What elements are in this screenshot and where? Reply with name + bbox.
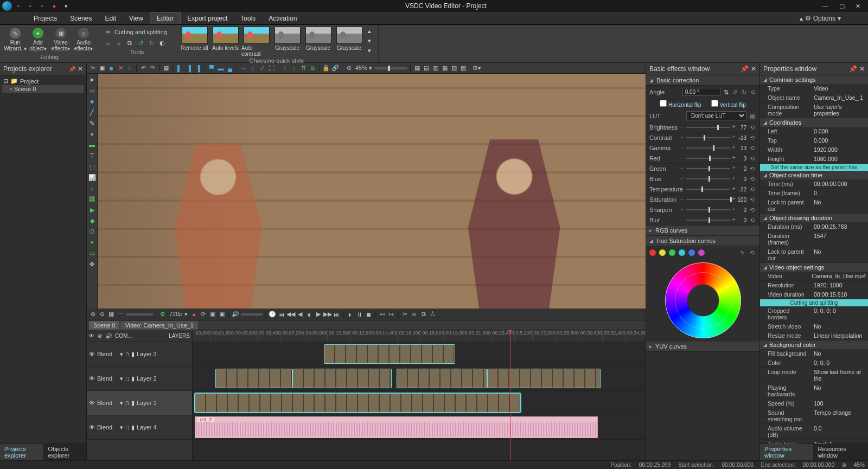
property-value[interactable]: No xyxy=(812,350,868,357)
lock-col-icon[interactable]: ⊘ xyxy=(98,333,102,339)
reset-icon[interactable]: ⟲ xyxy=(750,176,756,182)
clip[interactable] xyxy=(487,369,601,388)
zoom-fit-icon[interactable]: ⊕ xyxy=(345,65,353,72)
property-value[interactable]: 00:00:15.810 xyxy=(812,291,868,298)
vflip-checkbox[interactable]: Vertical flip xyxy=(711,100,746,108)
property-value[interactable]: 1920; 1080 xyxy=(812,281,868,289)
lut-select[interactable]: Don't use LUT xyxy=(686,111,746,120)
prev-frame-icon[interactable]: ◀◀ xyxy=(287,311,295,318)
fx-slider[interactable] xyxy=(686,209,730,210)
align-c-icon[interactable]: ▐ xyxy=(185,65,193,72)
fx-icon[interactable]: ▮ xyxy=(131,400,135,407)
video-icon[interactable]: ▶ xyxy=(88,206,96,214)
basic-correction-header[interactable]: ◢ Basic correction xyxy=(646,75,760,86)
property-value[interactable]: 00:00:00.000 xyxy=(812,180,868,188)
property-value[interactable]: No xyxy=(812,248,868,262)
chevron-down-icon[interactable]: ▾ xyxy=(120,351,123,358)
reset-icon[interactable]: ⟲ xyxy=(750,217,756,223)
tab-resources[interactable]: Resources window xyxy=(813,444,868,460)
property-row[interactable]: Loop modeShow last frame at the xyxy=(760,368,868,383)
property-value[interactable]: Camera_In_Use_ 1 xyxy=(812,94,868,101)
options-label[interactable]: Options xyxy=(813,15,835,22)
property-row[interactable]: Fill backgroundNo xyxy=(760,349,868,358)
playhead[interactable] xyxy=(510,330,510,460)
grid4-icon[interactable]: ▦ xyxy=(441,65,449,72)
property-value[interactable]: Tempo change xyxy=(812,409,868,423)
step-back-icon[interactable]: ◀ xyxy=(296,311,304,318)
status-zoom-icon[interactable]: ⊕ xyxy=(842,462,846,468)
pin-icon[interactable]: 📌 xyxy=(849,65,857,73)
property-value[interactable]: 00:00:25.783 xyxy=(812,223,868,230)
common-settings-header[interactable]: ◢Common settings xyxy=(760,75,868,84)
hue-wheel[interactable] xyxy=(665,262,741,338)
style-grayscale-3[interactable]: Grayscale xyxy=(334,27,364,51)
up-icon[interactable]: ↑ xyxy=(281,65,289,72)
property-row[interactable]: Stretch videoNo xyxy=(760,322,868,331)
property-value[interactable]: Use layer's properties xyxy=(812,103,868,117)
rotate-ccw-icon[interactable]: ↺ xyxy=(136,38,145,47)
split2-icon[interactable]: ⧈ xyxy=(411,311,418,318)
cutting-splitting-button[interactable]: Cutting and splitting xyxy=(760,299,868,306)
preview-quality-icon[interactable]: ⚙ xyxy=(159,311,167,318)
track-more-icon[interactable]: ⋯ xyxy=(117,311,124,318)
text-icon[interactable]: T xyxy=(88,152,96,159)
property-row[interactable]: Video duration00:00:15.810 xyxy=(760,290,868,299)
bottom-icon[interactable]: ⇊ xyxy=(309,65,316,72)
zoom-slider[interactable] xyxy=(375,67,407,69)
goto-end-icon[interactable]: ⏭ xyxy=(333,311,341,318)
play-back-icon[interactable]: ⏴ xyxy=(305,311,313,318)
menu-edit[interactable]: Edit xyxy=(98,12,123,24)
fx-icon[interactable]: ▮ xyxy=(131,424,135,431)
creation-time-header[interactable]: ◢Object creation time xyxy=(760,171,868,179)
line-icon[interactable]: ╱ xyxy=(88,108,96,116)
audio-effects-button[interactable]: ♫ Audio effects▾ xyxy=(73,27,94,53)
speaker-icon[interactable]: 🔊 xyxy=(105,333,112,339)
yuv-curves-header[interactable]: ▸ YUV curves xyxy=(646,342,760,352)
lock-icon[interactable]: 🔒 xyxy=(322,65,330,72)
style-auto-levels[interactable]: Auto levels xyxy=(210,27,240,51)
run-wizard-button[interactable]: ✎ Run Wizard..▾ xyxy=(4,27,26,53)
property-row[interactable]: Speed (%)100 xyxy=(760,399,868,408)
property-row[interactable]: Duration (ms)00:00:25.783 xyxy=(760,222,868,232)
tab-properties[interactable]: Properties window xyxy=(760,444,813,460)
play-icon[interactable]: ▶ xyxy=(315,311,322,318)
menu-activation[interactable]: Activation xyxy=(262,12,303,24)
loop-icon[interactable]: ⟳ xyxy=(200,311,207,318)
mode-a-icon[interactable]: ▣ xyxy=(209,311,216,318)
pin-icon[interactable]: 📌 xyxy=(69,66,75,72)
reset-icon[interactable]: ⟲ xyxy=(750,124,756,131)
minimize-icon[interactable]: — xyxy=(822,3,828,10)
clip[interactable] xyxy=(397,369,487,388)
menu-export[interactable]: Export project xyxy=(181,12,234,24)
tooltip-icon[interactable]: ⬚ xyxy=(88,163,96,170)
image-icon[interactable]: 🖼 xyxy=(88,195,96,203)
clip[interactable] xyxy=(292,369,392,388)
reset-icon[interactable]: ⟲ xyxy=(750,196,756,203)
cut-icon[interactable]: ✂ xyxy=(89,65,97,72)
blend-label[interactable]: Blend xyxy=(97,375,118,382)
chevron-down-icon[interactable]: ▾ xyxy=(120,424,123,431)
style-auto-contrast[interactable]: Auto contrast xyxy=(241,27,271,57)
vol-icon[interactable]: ⎍ xyxy=(125,351,129,357)
clip-selected[interactable] xyxy=(195,393,521,413)
eye-icon[interactable]: 👁 xyxy=(89,351,95,357)
split-icon[interactable]: ✂ xyxy=(401,311,409,318)
clock-icon[interactable]: 🕐 xyxy=(269,311,276,318)
jump-next-icon[interactable]: ↦ xyxy=(388,311,395,318)
align-left-icon[interactable]: ≡ xyxy=(104,38,112,47)
close-panel-icon[interactable]: ✕ xyxy=(78,65,83,73)
vol-icon[interactable]: ⎍ xyxy=(125,375,129,382)
scene-tab[interactable]: Scene 0 xyxy=(89,321,119,330)
fx-icon[interactable]: ▮ xyxy=(131,375,135,382)
menu-scenes[interactable]: Scenes xyxy=(63,12,98,24)
qat-save-icon[interactable]: ▫ xyxy=(39,3,46,9)
grid6-icon[interactable]: ▨ xyxy=(459,65,467,72)
copy-icon[interactable]: ▣ xyxy=(98,65,106,72)
split4-icon[interactable]: ⧊ xyxy=(429,311,437,318)
rotate-ccw-icon[interactable]: ↺ xyxy=(732,89,738,95)
vol-icon[interactable]: ⎍ xyxy=(125,424,129,431)
zoom-value[interactable]: 45% ▾ xyxy=(354,65,373,72)
tree-scene-item[interactable]: ▫ Scene 0 xyxy=(2,85,84,93)
menu-view[interactable]: View xyxy=(123,12,150,24)
track-lane-2[interactable] xyxy=(193,367,646,391)
